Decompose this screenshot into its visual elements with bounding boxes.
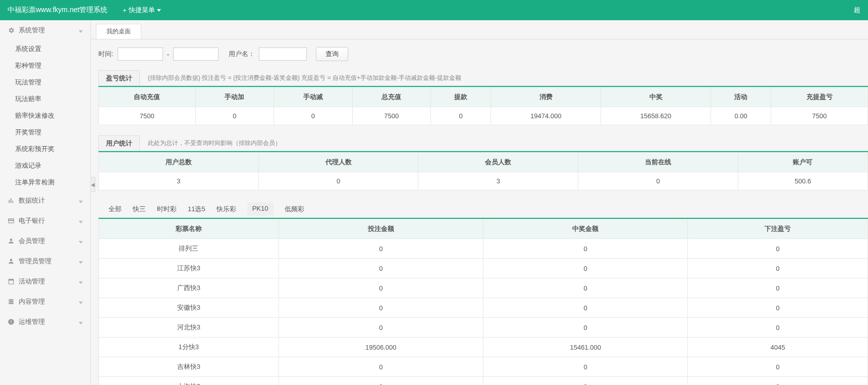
menu-group-3[interactable]: 会员管理 [0, 231, 90, 251]
menu-icon [8, 318, 15, 325]
user-col-header: 当前在线 [578, 153, 738, 172]
lottery-cell: 上海快3 [99, 377, 279, 386]
lottery-cell: 0 [279, 298, 483, 318]
profit-cell: 0 [274, 107, 352, 125]
chevron-down-icon [157, 9, 161, 12]
menu-group-4[interactable]: 管理员管理 [0, 251, 90, 271]
menu-group-label: 运维管理 [19, 317, 45, 326]
profit-cell: 7500 [352, 107, 430, 125]
lottery-tab-5[interactable]: PK10 [247, 203, 274, 216]
profit-table: 自动充值手动加手动减总充值提款消费中奖活动充提盈亏 75000075000194… [98, 87, 868, 125]
profit-col-header: 手动加 [195, 87, 274, 107]
lottery-cell: 0 [688, 377, 868, 386]
query-button[interactable]: 查询 [316, 47, 348, 61]
lottery-cell: 1分快3 [99, 338, 279, 357]
table-row: 安徽快3000 [99, 298, 868, 318]
submenu-item-0-3[interactable]: 玩法赔率 [0, 90, 90, 107]
menu-icon [8, 237, 15, 245]
submenu-item-0-5[interactable]: 开奖管理 [0, 124, 90, 140]
lottery-cell: 0 [483, 278, 687, 298]
chevron-down-icon [79, 298, 83, 306]
menu-icon [8, 278, 15, 285]
lottery-cell: 0 [279, 278, 483, 298]
profit-cell: 0.00 [711, 107, 771, 125]
tab-desktop[interactable]: 我的桌面 [96, 24, 141, 39]
time-label: 时间: [98, 50, 114, 59]
lottery-cell: 河北快3 [99, 318, 279, 338]
chevron-down-icon [79, 197, 83, 205]
profit-cell: 19474.000 [491, 107, 601, 125]
table-row: 上海快3000 [99, 377, 868, 386]
user-col-header: 用户总数 [99, 153, 259, 172]
lottery-cell: 19506.000 [279, 338, 483, 357]
profit-cell: 0 [430, 107, 491, 125]
submenu-item-0-2[interactable]: 玩法管理 [0, 74, 90, 90]
lottery-tab-1[interactable]: 快三 [133, 205, 146, 214]
menu-group-label: 内容管理 [19, 297, 45, 306]
chevron-down-icon [79, 258, 83, 265]
profit-col-header: 活动 [711, 87, 771, 107]
profit-col-header: 自动充值 [99, 87, 196, 107]
lottery-cell: 0 [483, 259, 687, 278]
menu-group-7[interactable]: 运维管理 [0, 312, 90, 332]
table-row: 排列三000 [99, 239, 868, 259]
profit-col-header: 手动减 [274, 87, 352, 107]
menu-group-label: 管理员管理 [19, 257, 51, 266]
menu-group-label: 会员管理 [19, 236, 45, 246]
date-to-input[interactable] [173, 47, 219, 61]
chevron-down-icon [79, 278, 83, 285]
submenu-item-0-0[interactable]: 系统设置 [0, 40, 90, 57]
menu-icon [8, 217, 15, 224]
lottery-col-header: 投注金额 [279, 219, 483, 239]
topbar-right[interactable]: 超 [854, 6, 860, 15]
user-label: 用户名： [229, 50, 255, 59]
user-col-header: 会员人数 [418, 153, 578, 172]
menu-group-label: 数据统计 [19, 196, 45, 205]
lottery-tab-6[interactable]: 低频彩 [285, 205, 304, 214]
submenu-item-0-8[interactable]: 注单异常检测 [0, 174, 90, 190]
lottery-table: 彩票名称投注金额中奖金额下注盈亏 排列三000江苏快3000广西快3000安徽快… [98, 219, 868, 385]
lottery-tab-3[interactable]: 11选5 [188, 205, 205, 214]
date-from-input[interactable] [118, 47, 163, 61]
lottery-tab-0[interactable]: 全部 [108, 205, 122, 214]
submenu-item-0-6[interactable]: 系统彩预开奖 [0, 140, 90, 157]
profit-table-wrap: 自动充值手动加手动减总充值提款消费中奖活动充提盈亏 75000075000194… [98, 86, 868, 125]
lottery-tab-2[interactable]: 时时彩 [157, 205, 177, 214]
lottery-cell: 0 [279, 357, 483, 377]
user-cell: 0 [258, 172, 418, 190]
menu-group-1[interactable]: 数据统计 [0, 190, 90, 211]
lottery-cell: 0 [279, 259, 483, 278]
quick-menu-button[interactable]: + 快捷菜单 [123, 6, 161, 15]
lottery-cell: 0 [279, 239, 483, 259]
chevron-down-icon [79, 217, 83, 225]
user-cell: 0 [578, 172, 738, 190]
menu-group-label: 系统管理 [19, 26, 45, 35]
lottery-cell: 0 [279, 377, 483, 386]
menu-group-2[interactable]: 电子银行 [0, 211, 90, 231]
profit-col-header: 中奖 [601, 87, 711, 107]
submenu-item-0-7[interactable]: 游戏记录 [0, 157, 90, 174]
menu-group-5[interactable]: 活动管理 [0, 271, 90, 292]
menu-group-label: 电子银行 [19, 216, 45, 225]
submenu-item-0-4[interactable]: 赔率快速修改 [0, 107, 90, 124]
profit-cell: 7500 [99, 107, 196, 125]
user-col-header: 代理人数 [258, 153, 418, 172]
brand-title: 中福彩票www.fkym.net管理系统 [8, 6, 107, 15]
menu-group-0[interactable]: 系统管理 [0, 20, 90, 40]
lottery-cell: 4045 [688, 338, 868, 357]
submenu-item-0-1[interactable]: 彩种管理 [0, 57, 90, 74]
date-sep: - [167, 51, 169, 58]
quick-menu-label: 快捷菜单 [129, 6, 155, 15]
profit-cell: 15658.620 [601, 107, 711, 125]
section-profit-tag: 盈亏统计 [98, 70, 140, 86]
filter-row: 时间: - 用户名： 查询 [98, 47, 868, 61]
menu-icon [8, 27, 15, 34]
sidebar-collapse-toggle[interactable]: ◀ [90, 177, 95, 192]
lottery-tab-4[interactable]: 快乐彩 [216, 205, 236, 214]
username-input[interactable] [259, 47, 307, 61]
topbar: 中福彩票www.fkym.net管理系统 + 快捷菜单 超 [0, 0, 868, 20]
table-row: 河北快3000 [99, 318, 868, 338]
table-row: 江苏快3000 [99, 259, 868, 278]
menu-group-6[interactable]: 内容管理 [0, 292, 90, 312]
lottery-cell: 0 [483, 298, 687, 318]
